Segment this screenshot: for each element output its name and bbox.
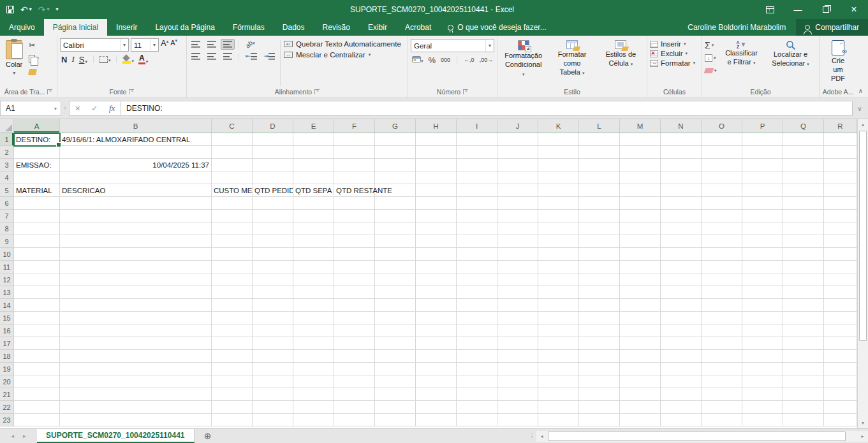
row-header-17[interactable]: 17 [0,337,14,350]
cell-L20[interactable] [579,375,620,388]
cell-K15[interactable] [538,312,579,324]
cell-H9[interactable] [416,235,457,248]
row-header-19[interactable]: 19 [0,363,14,375]
cell-H8[interactable] [416,222,457,235]
row-header-2[interactable]: 2 [0,146,14,159]
cell-R14[interactable] [824,299,857,312]
cell-I7[interactable] [457,210,497,222]
cancel-entry-icon[interactable]: × [75,103,80,113]
cell-O7[interactable] [702,210,742,222]
cell-J16[interactable] [497,324,538,337]
cell-E6[interactable] [293,197,334,210]
cell-D19[interactable] [253,363,293,375]
restore-button[interactable] [812,0,840,19]
cell-P6[interactable] [742,197,783,210]
cell-K9[interactable] [538,235,579,248]
cell-I15[interactable] [457,312,497,324]
cell-E23[interactable] [293,414,334,426]
cell-N12[interactable] [661,273,702,286]
cell-J9[interactable] [497,235,538,248]
cell-O16[interactable] [702,324,742,337]
cell-R7[interactable] [824,210,857,222]
cell-K1[interactable] [538,133,579,146]
cell-J3[interactable] [497,159,538,171]
cell-I23[interactable] [457,414,497,426]
fill-color-button[interactable]: ▾ [122,55,134,64]
percent-button[interactable]: % [429,55,436,65]
cell-B4[interactable] [60,171,212,184]
clear-button[interactable]: ▾ [705,65,717,76]
cell-P8[interactable] [742,222,783,235]
cell-Q4[interactable] [783,171,824,184]
cell-E21[interactable] [293,388,334,401]
cell-K5[interactable] [538,184,579,197]
align-bottom-button[interactable] [221,40,234,49]
cell-I3[interactable] [457,159,497,171]
cell-A10[interactable] [14,248,60,261]
cell-J8[interactable] [497,222,538,235]
cell-O15[interactable] [702,312,742,324]
cell-D12[interactable] [253,273,293,286]
cell-J5[interactable] [497,184,538,197]
cell-R17[interactable] [824,337,857,350]
cell-B1[interactable]: 49/16/6/1: ALMOXARIFADO CENTRAL [60,133,212,146]
cell-M12[interactable] [620,273,661,286]
cell-C7[interactable] [212,210,253,222]
cell-L14[interactable] [579,299,620,312]
cell-G17[interactable] [375,337,416,350]
cell-K7[interactable] [538,210,579,222]
row-header-18[interactable]: 18 [0,350,14,363]
align-top-button[interactable] [189,40,202,49]
cell-E12[interactable] [293,273,334,286]
cell-F7[interactable] [334,210,375,222]
paste-button[interactable]: Colar ▾ [3,38,26,87]
cell-K13[interactable] [538,286,579,299]
cell-F22[interactable] [334,401,375,414]
font-color-button[interactable]: A▾ [138,54,148,64]
tab-f-rmulas[interactable]: Fórmulas [224,19,274,36]
cell-Q1[interactable] [783,133,824,146]
cell-O20[interactable] [702,375,742,388]
cell-Q12[interactable] [783,273,824,286]
cell-A22[interactable] [14,401,60,414]
cell-L23[interactable] [579,414,620,426]
cell-M20[interactable] [620,375,661,388]
cell-H1[interactable] [416,133,457,146]
cell-Q8[interactable] [783,222,824,235]
cell-D13[interactable] [253,286,293,299]
bold-button[interactable]: N [61,55,67,64]
decrease-decimal-button[interactable]: ,00→ [480,57,494,63]
cell-L7[interactable] [579,210,620,222]
find-select-button[interactable]: Localizar e Selecionar ▾ [767,38,815,87]
paste-dropdown-icon[interactable]: ▾ [13,70,15,76]
cell-P13[interactable] [742,286,783,299]
cell-G10[interactable] [375,248,416,261]
cell-M10[interactable] [620,248,661,261]
cell-N8[interactable] [661,222,702,235]
cell-G7[interactable] [375,210,416,222]
cell-A2[interactable] [14,146,60,159]
cell-E20[interactable] [293,375,334,388]
cell-N22[interactable] [661,401,702,414]
cell-R1[interactable] [824,133,857,146]
cell-G2[interactable] [375,146,416,159]
cell-I8[interactable] [457,222,497,235]
column-header-L[interactable]: L [579,119,620,133]
cell-N18[interactable] [661,350,702,363]
tell-me-box[interactable]: O que você deseja fazer... [440,19,554,36]
cell-B14[interactable] [60,299,212,312]
cell-J20[interactable] [497,375,538,388]
tab-exibir[interactable]: Exibir [359,19,396,36]
cell-B3[interactable]: 10/04/2025 11:37 [60,159,212,171]
cell-H20[interactable] [416,375,457,388]
cell-K17[interactable] [538,337,579,350]
cell-E3[interactable] [293,159,334,171]
cell-K3[interactable] [538,159,579,171]
cell-B10[interactable] [60,248,212,261]
cell-N6[interactable] [661,197,702,210]
cell-R18[interactable] [824,350,857,363]
cell-N19[interactable] [661,363,702,375]
minimize-button[interactable]: — [784,0,812,19]
cell-J14[interactable] [497,299,538,312]
cell-L17[interactable] [579,337,620,350]
